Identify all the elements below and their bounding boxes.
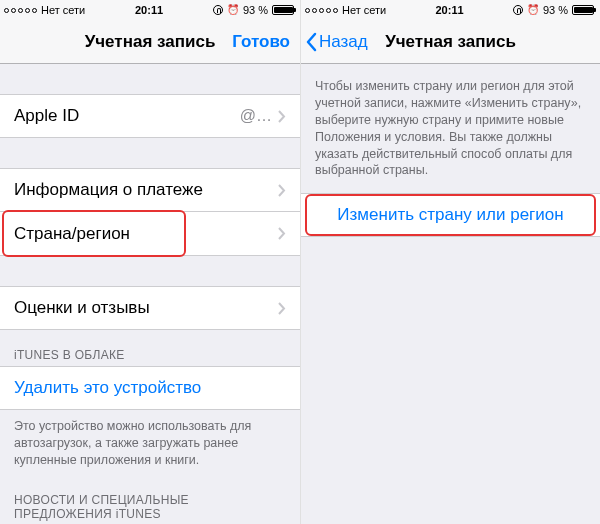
battery-percent: 93 % bbox=[243, 4, 268, 16]
chevron-right-icon bbox=[278, 184, 286, 197]
chevron-right-icon bbox=[278, 302, 286, 315]
remove-device-label: Удалить это устройство bbox=[14, 378, 286, 398]
clock: 20:11 bbox=[135, 4, 163, 16]
alarm-icon: ⏰ bbox=[527, 5, 539, 15]
clock: 20:11 bbox=[436, 4, 464, 16]
account-screen: Нет сети 20:11 ⏰ 93 % Учетная запись Гот… bbox=[0, 0, 300, 524]
change-country-button[interactable]: Изменить страну или регион bbox=[301, 193, 600, 237]
chevron-back-icon bbox=[305, 32, 317, 52]
change-country-info: Чтобы изменить страну или регион для это… bbox=[301, 64, 600, 179]
device-footer-note: Это устройство можно использовать для ав… bbox=[0, 410, 300, 469]
apple-id-value: @… bbox=[240, 107, 272, 125]
nav-bar: Учетная запись Готово bbox=[0, 20, 300, 64]
change-country-label: Изменить страну или регион bbox=[315, 205, 586, 225]
change-country-content: Чтобы изменить страну или регион для это… bbox=[301, 64, 600, 524]
carrier-label: Нет сети bbox=[342, 4, 386, 16]
back-label: Назад bbox=[319, 32, 368, 52]
orientation-lock-icon bbox=[513, 5, 523, 15]
itunes-cloud-header: iTUNES В ОБЛАКЕ bbox=[0, 330, 300, 366]
status-bar: Нет сети 20:11 ⏰ 93 % bbox=[0, 0, 300, 20]
ratings-reviews-label: Оценки и отзывы bbox=[14, 298, 278, 318]
country-region-row[interactable]: Страна/регион bbox=[0, 212, 300, 256]
done-button[interactable]: Готово bbox=[222, 32, 300, 52]
orientation-lock-icon bbox=[213, 5, 223, 15]
ratings-reviews-row[interactable]: Оценки и отзывы bbox=[0, 286, 300, 330]
back-button[interactable]: Назад bbox=[301, 32, 376, 52]
chevron-right-icon bbox=[278, 110, 286, 123]
alarm-icon: ⏰ bbox=[227, 5, 239, 15]
remove-device-button[interactable]: Удалить это устройство bbox=[0, 366, 300, 410]
account-content: Apple ID @… Информация о платеже Страна/… bbox=[0, 64, 300, 524]
battery-percent: 93 % bbox=[543, 4, 568, 16]
payment-info-label: Информация о платеже bbox=[14, 180, 278, 200]
country-region-label: Страна/регион bbox=[14, 224, 278, 244]
status-bar: Нет сети 20:11 ⏰ 93 % bbox=[301, 0, 600, 20]
signal-icon bbox=[4, 8, 37, 13]
signal-icon bbox=[305, 8, 338, 13]
battery-icon bbox=[572, 5, 594, 15]
apple-id-row[interactable]: Apple ID @… bbox=[0, 94, 300, 138]
chevron-right-icon bbox=[278, 227, 286, 240]
battery-icon bbox=[272, 5, 294, 15]
apple-id-label: Apple ID bbox=[14, 106, 240, 126]
change-country-screen: Нет сети 20:11 ⏰ 93 % Назад Учетная запи… bbox=[300, 0, 600, 524]
payment-info-row[interactable]: Информация о платеже bbox=[0, 168, 300, 212]
news-offers-header: НОВОСТИ И СПЕЦИАЛЬНЫЕ ПРЕДЛОЖЕНИЯ iTUNES bbox=[0, 469, 300, 524]
nav-bar: Назад Учетная запись bbox=[301, 20, 600, 64]
carrier-label: Нет сети bbox=[41, 4, 85, 16]
